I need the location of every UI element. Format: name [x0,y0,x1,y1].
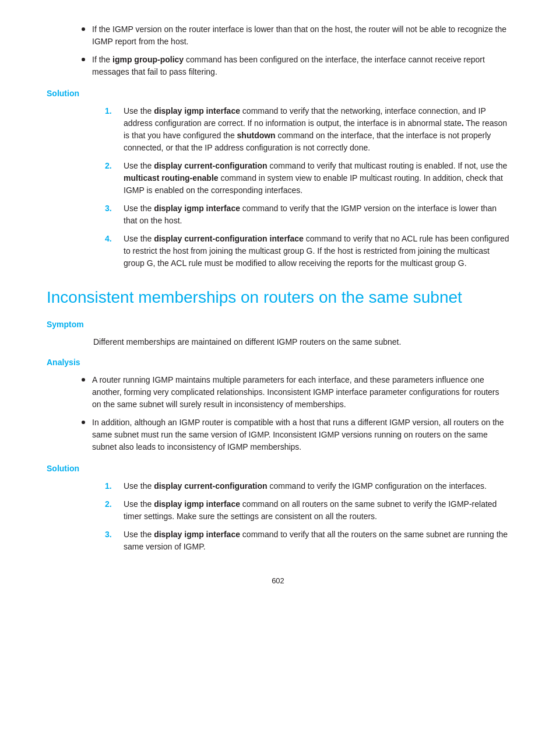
bullet-dot [82,27,85,31]
second-solution-list: 1. Use the display current-configuration… [47,480,509,553]
list-text: Use the display igmp interface command t… [124,528,509,553]
bold-text: multicast routing-enable [124,173,219,183]
list-number: 2. [105,160,119,172]
list-number: 4. [105,233,119,245]
list-text: Use the display current-configuration in… [124,233,509,270]
list-text: Use the display igmp interface command o… [124,498,509,523]
symptom-text: Different memberships are maintained on … [47,336,509,348]
list-item: 2. Use the display current-configuration… [47,160,509,197]
bold-text: shutdown [237,131,276,140]
bullet-text: In addition, although an IGMP router is … [92,416,509,453]
analysis-heading: Analysis [47,358,509,367]
list-number: 3. [105,202,119,215]
symptom-heading: Symptom [47,320,509,329]
bullet-text: A router running IGMP maintains multiple… [92,374,509,411]
bold-text: display current-configuration [154,481,267,491]
list-text: Use the display current-configuration co… [124,160,509,197]
page: If the IGMP version on the router interf… [0,0,556,756]
first-solution-heading: Solution [47,89,509,98]
bullet-dot [82,58,85,61]
list-item: If the igmp group-policy command has bee… [82,54,509,78]
bold-text: display igmp interface [154,530,240,539]
bold-text: igmp group-policy [112,55,184,64]
list-text: Use the display igmp interface command t… [124,105,509,154]
list-item: If the IGMP version on the router interf… [82,23,509,48]
bold-text: display current-configuration interface [154,234,304,243]
bullet-text: If the igmp group-policy command has bee… [92,54,509,78]
list-item: 2. Use the display igmp interface comman… [47,498,509,523]
list-item: 3. Use the display igmp interface comman… [47,202,509,227]
bullet-dot [82,421,85,424]
first-solution-list: 1. Use the display igmp interface comman… [47,105,509,270]
bold-text: display current-configuration [154,161,267,170]
bold-text: display igmp interface [154,106,240,116]
page-number: 602 [47,576,509,585]
list-item: 1. Use the display current-configuration… [47,480,509,492]
bullet-text: If the IGMP version on the router interf… [92,23,509,48]
top-bullet-list: If the IGMP version on the router interf… [47,23,509,78]
list-text: Use the display igmp interface command t… [124,202,509,227]
list-text: Use the display current-configuration co… [124,480,509,492]
list-number: 1. [105,480,119,492]
list-number: 3. [105,528,119,541]
analysis-bullet-list: A router running IGMP maintains multiple… [47,374,509,453]
list-item: In addition, although an IGMP router is … [82,416,509,453]
list-item: 3. Use the display igmp interface comman… [47,528,509,553]
list-item: 4. Use the display current-configuration… [47,233,509,270]
list-number: 2. [105,498,119,510]
list-item: 1. Use the display igmp interface comman… [47,105,509,154]
bullet-dot [82,378,85,382]
chapter-title: Inconsistent memberships on routers on t… [47,287,509,308]
second-solution-heading: Solution [47,464,509,473]
list-item: A router running IGMP maintains multiple… [82,374,509,411]
bold-text: display igmp interface [154,204,240,213]
bold-text: display igmp interface [154,499,240,509]
list-number: 1. [105,105,119,117]
